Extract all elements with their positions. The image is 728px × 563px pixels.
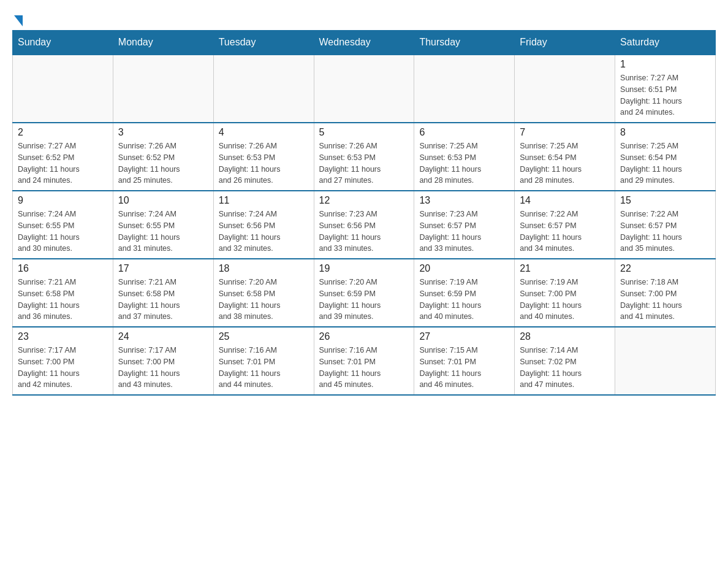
logo: [12, 12, 23, 24]
calendar-table: SundayMondayTuesdayWednesdayThursdayFrid…: [12, 30, 716, 396]
day-number: 16: [18, 263, 108, 274]
day-number: 28: [520, 331, 610, 342]
calendar-cell: 26Sunrise: 7:16 AM Sunset: 7:01 PM Dayli…: [314, 327, 414, 395]
calendar-cell: 6Sunrise: 7:25 AM Sunset: 6:53 PM Daylig…: [414, 123, 515, 191]
day-header-saturday: Saturday: [615, 31, 716, 55]
day-number: 9: [18, 195, 108, 206]
day-info: Sunrise: 7:26 AM Sunset: 6:53 PM Dayligh…: [319, 140, 409, 186]
day-info: Sunrise: 7:27 AM Sunset: 6:52 PM Dayligh…: [18, 140, 108, 186]
day-info: Sunrise: 7:17 AM Sunset: 7:00 PM Dayligh…: [18, 345, 108, 391]
calendar-cell: 4Sunrise: 7:26 AM Sunset: 6:53 PM Daylig…: [213, 123, 314, 191]
day-info: Sunrise: 7:19 AM Sunset: 6:59 PM Dayligh…: [419, 277, 509, 323]
day-header-monday: Monday: [113, 31, 213, 55]
day-info: Sunrise: 7:16 AM Sunset: 7:01 PM Dayligh…: [319, 345, 409, 391]
calendar-cell: 3Sunrise: 7:26 AM Sunset: 6:52 PM Daylig…: [113, 123, 213, 191]
calendar-week-row: 16Sunrise: 7:21 AM Sunset: 6:58 PM Dayli…: [13, 259, 716, 327]
day-header-sunday: Sunday: [13, 31, 113, 55]
calendar-week-row: 9Sunrise: 7:24 AM Sunset: 6:55 PM Daylig…: [13, 191, 716, 259]
day-header-friday: Friday: [515, 31, 615, 55]
calendar-cell: 8Sunrise: 7:25 AM Sunset: 6:54 PM Daylig…: [615, 123, 716, 191]
calendar-cell: 2Sunrise: 7:27 AM Sunset: 6:52 PM Daylig…: [13, 123, 113, 191]
day-info: Sunrise: 7:26 AM Sunset: 6:52 PM Dayligh…: [118, 140, 208, 186]
day-number: 8: [620, 127, 710, 138]
calendar-cell: 18Sunrise: 7:20 AM Sunset: 6:58 PM Dayli…: [213, 259, 314, 327]
day-header-thursday: Thursday: [414, 31, 515, 55]
day-info: Sunrise: 7:24 AM Sunset: 6:56 PM Dayligh…: [219, 209, 309, 255]
calendar-cell: [515, 55, 615, 123]
day-number: 26: [319, 331, 409, 342]
day-number: 12: [319, 195, 409, 206]
calendar-cell: [113, 55, 213, 123]
day-number: 6: [419, 127, 509, 138]
day-info: Sunrise: 7:24 AM Sunset: 6:55 PM Dayligh…: [18, 209, 108, 255]
day-number: 22: [620, 263, 710, 274]
day-info: Sunrise: 7:23 AM Sunset: 6:57 PM Dayligh…: [419, 209, 509, 255]
calendar-cell: 27Sunrise: 7:15 AM Sunset: 7:01 PM Dayli…: [414, 327, 515, 395]
page-header: [12, 12, 716, 24]
day-number: 20: [419, 263, 509, 274]
calendar-cell: [615, 327, 716, 395]
calendar-cell: 10Sunrise: 7:24 AM Sunset: 6:55 PM Dayli…: [113, 191, 213, 259]
calendar-cell: 9Sunrise: 7:24 AM Sunset: 6:55 PM Daylig…: [13, 191, 113, 259]
calendar-cell: 17Sunrise: 7:21 AM Sunset: 6:58 PM Dayli…: [113, 259, 213, 327]
day-number: 15: [620, 195, 710, 206]
calendar-week-row: 2Sunrise: 7:27 AM Sunset: 6:52 PM Daylig…: [13, 123, 716, 191]
calendar-cell: 13Sunrise: 7:23 AM Sunset: 6:57 PM Dayli…: [414, 191, 515, 259]
day-number: 11: [219, 195, 309, 206]
day-info: Sunrise: 7:16 AM Sunset: 7:01 PM Dayligh…: [219, 345, 309, 391]
calendar-cell: [213, 55, 314, 123]
day-number: 7: [520, 127, 610, 138]
calendar-cell: [13, 55, 113, 123]
day-number: 10: [118, 195, 208, 206]
calendar-cell: 15Sunrise: 7:22 AM Sunset: 6:57 PM Dayli…: [615, 191, 716, 259]
day-info: Sunrise: 7:19 AM Sunset: 7:00 PM Dayligh…: [520, 277, 610, 323]
calendar-cell: 7Sunrise: 7:25 AM Sunset: 6:54 PM Daylig…: [515, 123, 615, 191]
day-info: Sunrise: 7:21 AM Sunset: 6:58 PM Dayligh…: [118, 277, 208, 323]
day-number: 14: [520, 195, 610, 206]
calendar-header-row: SundayMondayTuesdayWednesdayThursdayFrid…: [13, 31, 716, 55]
day-info: Sunrise: 7:24 AM Sunset: 6:55 PM Dayligh…: [118, 209, 208, 255]
calendar-cell: [414, 55, 515, 123]
calendar-cell: 25Sunrise: 7:16 AM Sunset: 7:01 PM Dayli…: [213, 327, 314, 395]
day-info: Sunrise: 7:25 AM Sunset: 6:53 PM Dayligh…: [419, 140, 509, 186]
day-number: 5: [319, 127, 409, 138]
calendar-cell: [314, 55, 414, 123]
day-info: Sunrise: 7:25 AM Sunset: 6:54 PM Dayligh…: [620, 140, 710, 186]
day-info: Sunrise: 7:21 AM Sunset: 6:58 PM Dayligh…: [18, 277, 108, 323]
calendar-cell: 11Sunrise: 7:24 AM Sunset: 6:56 PM Dayli…: [213, 191, 314, 259]
day-number: 24: [118, 331, 208, 342]
day-info: Sunrise: 7:14 AM Sunset: 7:02 PM Dayligh…: [520, 345, 610, 391]
day-info: Sunrise: 7:22 AM Sunset: 6:57 PM Dayligh…: [620, 209, 710, 255]
calendar-cell: 1Sunrise: 7:27 AM Sunset: 6:51 PM Daylig…: [615, 55, 716, 123]
day-info: Sunrise: 7:23 AM Sunset: 6:56 PM Dayligh…: [319, 209, 409, 255]
day-info: Sunrise: 7:20 AM Sunset: 6:59 PM Dayligh…: [319, 277, 409, 323]
day-info: Sunrise: 7:20 AM Sunset: 6:58 PM Dayligh…: [219, 277, 309, 323]
calendar-cell: 19Sunrise: 7:20 AM Sunset: 6:59 PM Dayli…: [314, 259, 414, 327]
logo-arrow-icon: [14, 15, 23, 26]
calendar-cell: 5Sunrise: 7:26 AM Sunset: 6:53 PM Daylig…: [314, 123, 414, 191]
calendar-cell: 12Sunrise: 7:23 AM Sunset: 6:56 PM Dayli…: [314, 191, 414, 259]
calendar-cell: 14Sunrise: 7:22 AM Sunset: 6:57 PM Dayli…: [515, 191, 615, 259]
calendar-week-row: 23Sunrise: 7:17 AM Sunset: 7:00 PM Dayli…: [13, 327, 716, 395]
calendar-cell: 23Sunrise: 7:17 AM Sunset: 7:00 PM Dayli…: [13, 327, 113, 395]
day-number: 18: [219, 263, 309, 274]
day-number: 1: [620, 59, 710, 70]
day-number: 2: [18, 127, 108, 138]
day-header-wednesday: Wednesday: [314, 31, 414, 55]
day-info: Sunrise: 7:18 AM Sunset: 7:00 PM Dayligh…: [620, 277, 710, 323]
calendar-cell: 20Sunrise: 7:19 AM Sunset: 6:59 PM Dayli…: [414, 259, 515, 327]
day-header-tuesday: Tuesday: [213, 31, 314, 55]
calendar-cell: 28Sunrise: 7:14 AM Sunset: 7:02 PM Dayli…: [515, 327, 615, 395]
day-number: 25: [219, 331, 309, 342]
day-info: Sunrise: 7:15 AM Sunset: 7:01 PM Dayligh…: [419, 345, 509, 391]
day-info: Sunrise: 7:22 AM Sunset: 6:57 PM Dayligh…: [520, 209, 610, 255]
calendar-cell: 21Sunrise: 7:19 AM Sunset: 7:00 PM Dayli…: [515, 259, 615, 327]
day-info: Sunrise: 7:26 AM Sunset: 6:53 PM Dayligh…: [219, 140, 309, 186]
day-number: 13: [419, 195, 509, 206]
day-number: 21: [520, 263, 610, 274]
day-number: 19: [319, 263, 409, 274]
calendar-cell: 22Sunrise: 7:18 AM Sunset: 7:00 PM Dayli…: [615, 259, 716, 327]
day-number: 27: [419, 331, 509, 342]
day-number: 17: [118, 263, 208, 274]
calendar-week-row: 1Sunrise: 7:27 AM Sunset: 6:51 PM Daylig…: [13, 55, 716, 123]
